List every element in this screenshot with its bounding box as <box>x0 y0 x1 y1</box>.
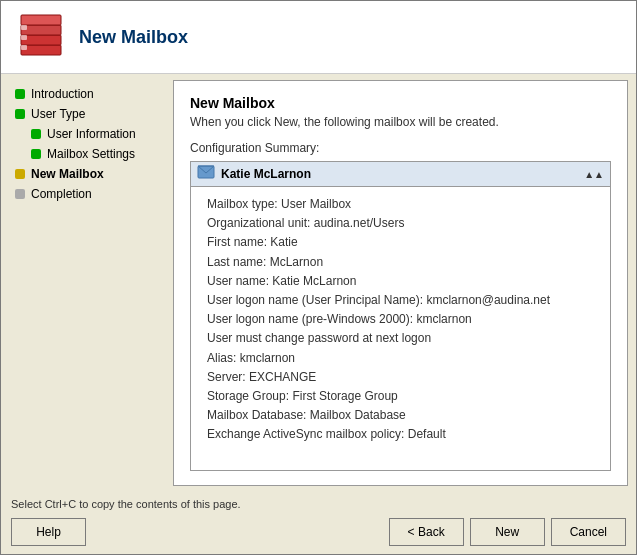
svg-rect-6 <box>21 45 27 50</box>
summary-line: Alias: kmclarnon <box>207 349 594 368</box>
summary-line: Storage Group: First Storage Group <box>207 387 594 406</box>
summary-line: User must change password at next logon <box>207 329 594 348</box>
cancel-button[interactable]: Cancel <box>551 518 626 546</box>
help-button[interactable]: Help <box>11 518 86 546</box>
summary-line: First name: Katie <box>207 233 594 252</box>
summary-line: User logon name (User Principal Name): k… <box>207 291 594 310</box>
summary-line: Mailbox Database: Mailbox Database <box>207 406 594 425</box>
summary-content: Mailbox type: User MailboxOrganizational… <box>191 187 610 470</box>
content-subtitle: When you click New, the following mailbo… <box>190 115 611 129</box>
expand-button[interactable]: ▲▲ <box>584 169 604 180</box>
sidebar-label-introduction: Introduction <box>31 87 94 101</box>
hint-text: Select Ctrl+C to copy the contents of th… <box>11 498 241 510</box>
summary-line: Last name: McLarnon <box>207 253 594 272</box>
sidebar-label-completion: Completion <box>31 187 92 201</box>
footer-right-buttons: < Back New Cancel <box>389 518 626 546</box>
sidebar-label-user-type: User Type <box>31 107 85 121</box>
status-dot-introduction <box>15 89 25 99</box>
summary-line: Mailbox type: User Mailbox <box>207 195 594 214</box>
sidebar-label-new-mailbox: New Mailbox <box>31 167 104 181</box>
svg-rect-4 <box>21 25 27 30</box>
sidebar-item-completion[interactable]: Completion <box>1 184 171 204</box>
sidebar-item-mailbox-settings[interactable]: Mailbox Settings <box>1 144 171 164</box>
sidebar-label-user-information: User Information <box>47 127 136 141</box>
sidebar-item-user-type[interactable]: User Type <box>1 104 171 124</box>
summary-header-left: Katie McLarnon <box>197 165 311 183</box>
sidebar-label-mailbox-settings: Mailbox Settings <box>47 147 135 161</box>
summary-box: Katie McLarnon ▲▲ Mailbox type: User Mai… <box>190 161 611 471</box>
sidebar-item-new-mailbox[interactable]: New Mailbox <box>1 164 171 184</box>
svg-rect-3 <box>21 15 61 25</box>
content-panel: New Mailbox When you click New, the foll… <box>173 80 628 486</box>
header-title: New Mailbox <box>79 27 188 48</box>
summary-user-name: Katie McLarnon <box>221 167 311 181</box>
dialog: New Mailbox IntroductionUser TypeUser In… <box>0 0 637 555</box>
bottom-hint: Select Ctrl+C to copy the contents of th… <box>1 492 636 510</box>
new-button[interactable]: New <box>470 518 545 546</box>
summary-line: Exchange ActiveSync mailbox policy: Defa… <box>207 425 594 444</box>
header: New Mailbox <box>1 1 636 74</box>
summary-line: Server: EXCHANGE <box>207 368 594 387</box>
main-area: IntroductionUser TypeUser InformationMai… <box>1 74 636 492</box>
user-icon <box>197 165 215 183</box>
status-dot-mailbox-settings <box>31 149 41 159</box>
status-dot-user-information <box>31 129 41 139</box>
status-dot-new-mailbox <box>15 169 25 179</box>
footer: Help < Back New Cancel <box>1 510 636 554</box>
summary-line: User logon name (pre-Windows 2000): kmcl… <box>207 310 594 329</box>
summary-header: Katie McLarnon ▲▲ <box>191 162 610 187</box>
sidebar: IntroductionUser TypeUser InformationMai… <box>1 74 171 492</box>
back-button[interactable]: < Back <box>389 518 464 546</box>
status-dot-completion <box>15 189 25 199</box>
config-label: Configuration Summary: <box>190 141 611 155</box>
summary-line: Organizational unit: audina.net/Users <box>207 214 594 233</box>
mailbox-icon <box>17 13 65 61</box>
status-dot-user-type <box>15 109 25 119</box>
sidebar-item-introduction[interactable]: Introduction <box>1 84 171 104</box>
svg-rect-5 <box>21 35 27 40</box>
sidebar-item-user-information[interactable]: User Information <box>1 124 171 144</box>
content-title: New Mailbox <box>190 95 611 111</box>
summary-line: User name: Katie McLarnon <box>207 272 594 291</box>
